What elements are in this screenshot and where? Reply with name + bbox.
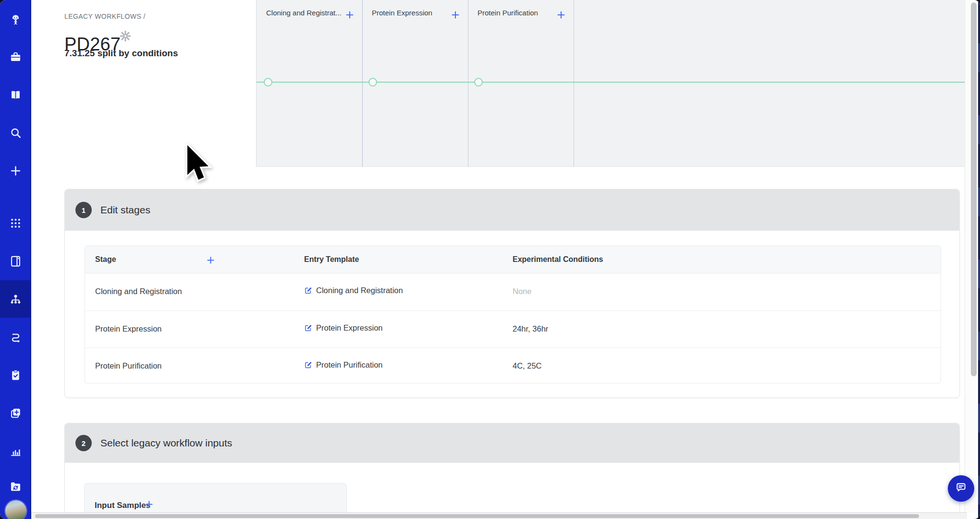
conditions-value: 4C, 25C	[513, 361, 542, 371]
sidebar-item-workflows[interactable]	[0, 280, 31, 318]
entry-template-link-label: Cloning and Registration	[316, 286, 403, 295]
sidebar-item-registry[interactable]	[0, 394, 31, 432]
edit-stages-title: Edit stages	[100, 204, 150, 216]
benchling-logo-icon	[9, 13, 22, 26]
folder-sync-icon	[9, 480, 22, 493]
app-window: LEGACY WORKFLOWS / PD267 7.31.25 split b…	[0, 0, 980, 519]
col-header-stage: Stage	[95, 255, 116, 264]
add-to-stage-2-button[interactable]	[450, 10, 461, 20]
add-input-sample-button[interactable]	[144, 499, 154, 509]
stage-node-1[interactable]	[264, 78, 272, 86]
horizontal-scrollbar	[31, 512, 967, 519]
vertical-scrollbar	[965, 0, 978, 512]
stage-node-3[interactable]	[474, 78, 483, 86]
conditions-value: None	[513, 287, 531, 296]
bar-chart-icon	[9, 445, 22, 457]
help-chat-button[interactable]	[948, 475, 974, 502]
mouse-cursor	[184, 143, 213, 187]
book-icon	[9, 88, 22, 101]
sidebar-item-projects[interactable]	[0, 38, 31, 75]
stage-column-divider	[468, 0, 468, 167]
stage-name: Protein Expression	[95, 324, 162, 334]
edit-stages-header: 1 Edit stages	[65, 189, 959, 231]
search-icon	[9, 126, 22, 139]
notebook-icon	[9, 255, 22, 268]
input-samples-label: Input Samples	[95, 501, 150, 510]
workflow-timeline	[257, 82, 968, 83]
clipboard-check-icon	[9, 369, 22, 382]
briefcase-icon	[9, 50, 22, 63]
sidebar-item-tasks[interactable]	[0, 356, 31, 394]
breadcrumb[interactable]: LEGACY WORKFLOWS /	[64, 12, 146, 20]
col-header-entry-template: Entry Template	[304, 255, 359, 264]
stages-table: Stage Entry Template Experimental Condit…	[85, 246, 941, 383]
entry-template-link[interactable]: Cloning and Registration	[304, 286, 403, 295]
route-icon	[9, 331, 22, 344]
table-row: Protein Expression Protein Expression 24…	[85, 310, 941, 348]
sidebar-item-search[interactable]	[0, 114, 31, 151]
canvas-stage-label-1[interactable]: Cloning and Registrat...	[266, 9, 342, 17]
table-row: Protein Purification Protein Purificatio…	[85, 347, 941, 384]
sidebar-item-library[interactable]	[0, 76, 31, 113]
user-avatar[interactable]	[5, 500, 26, 519]
copy-plus-icon	[9, 407, 22, 420]
select-inputs-header: 2 Select legacy workflow inputs	[65, 423, 959, 463]
chat-bubble-icon	[955, 481, 968, 496]
table-row: Cloning and Registration Cloning and Reg…	[85, 273, 941, 310]
stage-column-divider	[362, 0, 363, 167]
entry-template-link[interactable]: Protein Expression	[304, 323, 383, 333]
sidebar-item-notebook[interactable]	[0, 242, 31, 280]
stage-name: Protein Purification	[95, 361, 162, 371]
plus-icon	[9, 164, 22, 177]
canvas-stage-label-3[interactable]: Protein Purification	[478, 9, 538, 17]
sidebar	[0, 0, 31, 519]
select-inputs-title: Select legacy workflow inputs	[100, 437, 232, 449]
edit-stages-card: 1 Edit stages Stage Entry Template Exper…	[64, 189, 960, 398]
horizontal-scrollbar-thumb[interactable]	[35, 514, 919, 518]
sidebar-item-apps[interactable]	[0, 204, 31, 242]
add-to-stage-1-button[interactable]	[344, 10, 355, 20]
sidebar-item-create[interactable]	[0, 152, 31, 189]
sidebar-item-sync[interactable]	[0, 468, 31, 505]
workflow-canvas: Cloning and Registrat... Protein Express…	[256, 0, 967, 167]
entry-template-link[interactable]: Protein Purification	[304, 360, 383, 370]
settings-gear-icon[interactable]	[119, 30, 132, 42]
grid-apps-icon	[9, 217, 22, 230]
step-2-badge: 2	[75, 435, 92, 451]
stage-column-divider	[574, 0, 574, 167]
sidebar-item-requests[interactable]	[0, 318, 31, 356]
sidebar-item-insights[interactable]	[0, 432, 31, 470]
col-header-experimental-conditions: Experimental Conditions	[513, 255, 603, 264]
entry-template-link-label: Protein Expression	[316, 323, 383, 333]
entry-template-link-label: Protein Purification	[316, 360, 383, 370]
page-subtitle: 7.31.25 split by conditions	[64, 48, 178, 59]
screen-edge	[978, 0, 980, 519]
step-1-badge: 1	[75, 202, 92, 218]
stages-table-header: Stage Entry Template Experimental Condit…	[85, 246, 941, 273]
sidebar-item-home[interactable]	[0, 0, 31, 38]
vertical-scrollbar-thumb[interactable]	[971, 2, 977, 376]
stage-node-2[interactable]	[368, 78, 377, 86]
sitemap-workflow-icon	[9, 293, 22, 306]
stage-name: Cloning and Registration	[95, 287, 182, 296]
conditions-value: 24hr, 36hr	[513, 324, 548, 334]
add-stage-button[interactable]	[206, 255, 216, 265]
canvas-stage-label-2[interactable]: Protein Expression	[372, 9, 432, 17]
add-to-stage-3-button[interactable]	[556, 10, 566, 20]
